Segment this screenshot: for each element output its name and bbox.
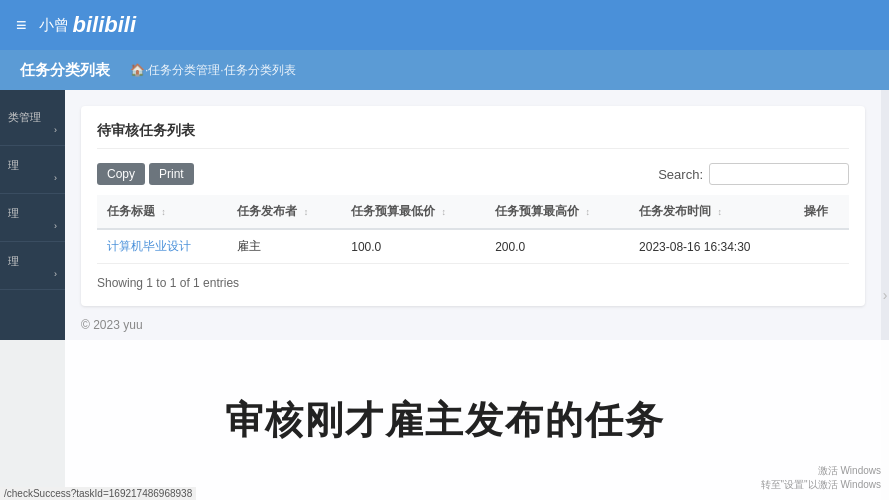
copy-button[interactable]: Copy [97,163,145,185]
table-header-row: 任务标题 ↕ 任务发布者 ↕ 任务预算最低价 ↕ 任务预算最高价 ↕ [97,195,849,229]
sidebar-item-label: 理 [8,206,19,221]
sort-icon[interactable]: ↕ [717,207,722,217]
sidebar-item-label: 理 [8,254,19,269]
table-row: 计算机毕业设计雇主100.0200.02023-08-16 16:34:30 [97,229,849,264]
sidebar-item-manage1[interactable]: 理 › [0,146,65,194]
col-action: 操作 [794,195,849,229]
logo-small: 小曾 [39,16,69,35]
url-bar: /checkSuccess?taskId=169217486968938 [0,487,196,500]
breadcrumb-item1[interactable]: 任务分类管理 [148,62,220,79]
hamburger-icon[interactable]: ≡ [16,15,27,36]
watermark-line2: 转至"设置"以激活 Windows [761,478,881,492]
cell-publisher: 雇主 [227,229,341,264]
cell-max-price: 200.0 [485,229,629,264]
col-min-price: 任务预算最低价 ↕ [341,195,485,229]
page-title: 任务分类列表 [20,61,110,80]
print-button[interactable]: Print [149,163,194,185]
button-group: Copy Print [97,163,194,185]
sub-header: 任务分类列表 🏠 · 任务分类管理 · 任务分类列表 [0,50,889,90]
search-area: Search: [658,163,849,185]
table-toolbar: Copy Print Search: [97,163,849,185]
search-input[interactable] [709,163,849,185]
watermark-line1: 激活 Windows [761,464,881,478]
chevron-right-icon: › [54,269,57,279]
search-label: Search: [658,167,703,182]
col-publisher: 任务发布者 ↕ [227,195,341,229]
table-footer: Showing 1 to 1 of 1 entries [97,276,849,290]
page-footer: © 2023 yuu [81,318,865,332]
sidebar-item-label: 类管理 [8,110,41,125]
logo-bilibili: bilibili [73,12,137,38]
sort-icon[interactable]: ↕ [161,207,166,217]
cell-publish-time: 2023-08-16 16:34:30 [629,229,794,264]
bottom-overlay: 审核刚才雇主发布的任务 [0,340,889,500]
chevron-right-icon: › [54,221,57,231]
windows-watermark: 激活 Windows 转至"设置"以激活 Windows [761,464,881,492]
sidebar-item-manage2[interactable]: 理 › [0,194,65,242]
task-table: 任务标题 ↕ 任务发布者 ↕ 任务预算最低价 ↕ 任务预算最高价 ↕ [97,195,849,264]
top-nav: ≡ 小曾 bilibili [0,0,889,50]
chevron-right-icon: › [54,125,57,135]
sidebar-item-class-management[interactable]: 类管理 › [0,98,65,146]
breadcrumb-home-icon[interactable]: 🏠 [130,63,145,77]
breadcrumb: 🏠 · 任务分类管理 · 任务分类列表 [130,62,296,79]
col-task-title: 任务标题 ↕ [97,195,227,229]
sidebar-item-manage3[interactable]: 理 › [0,242,65,290]
sidebar-item-label: 理 [8,158,19,173]
breadcrumb-item2: 任务分类列表 [224,62,296,79]
cell-min-price: 100.0 [341,229,485,264]
sort-icon[interactable]: ↕ [585,207,590,217]
task-list-card: 待审核任务列表 Copy Print Search: [81,106,865,306]
overlay-text: 审核刚才雇主发布的任务 [225,395,665,446]
chevron-right-icon: › [54,173,57,183]
card-title: 待审核任务列表 [97,122,849,149]
sort-icon[interactable]: ↕ [442,207,447,217]
sort-icon[interactable]: ↕ [304,207,309,217]
col-publish-time: 任务发布时间 ↕ [629,195,794,229]
col-max-price: 任务预算最高价 ↕ [485,195,629,229]
cell-task-title[interactable]: 计算机毕业设计 [97,229,227,264]
cell-action[interactable] [794,229,849,264]
